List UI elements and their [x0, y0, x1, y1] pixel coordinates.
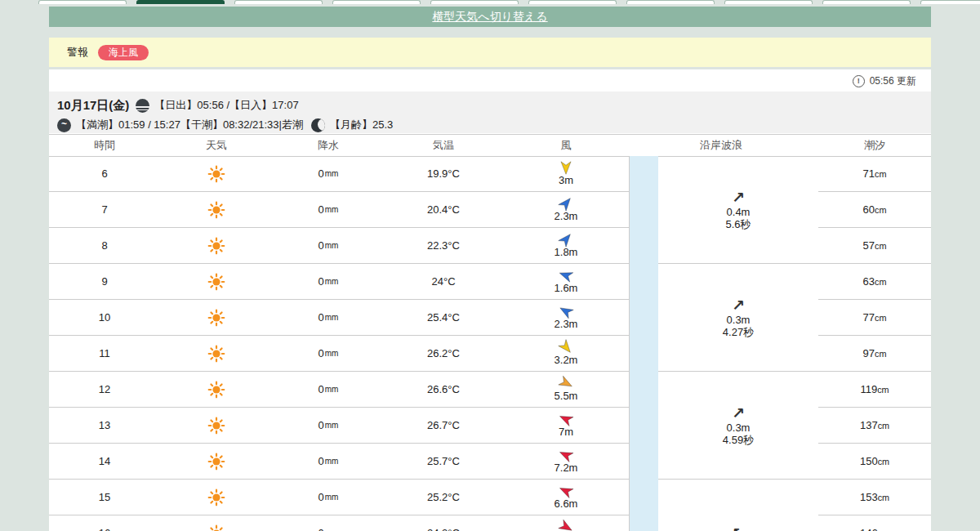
sea-wind-warning-badge[interactable]: 海上風 [98, 45, 149, 60]
sun-times: 【日出】05:56 /【日入】17:07 [154, 98, 298, 113]
tab-stub-3[interactable] [332, 0, 421, 4]
precip-cell: 0mm [273, 372, 384, 407]
time-cell: 16 [49, 515, 160, 531]
table-row: 150mm25.2°C6.6m [49, 480, 629, 515]
wave-period: 5.6秒 [725, 218, 751, 230]
moon-icon [311, 118, 325, 132]
warning-bar: 警報 海上風 [49, 38, 931, 67]
wind-speed-label: 3m [559, 174, 573, 186]
table-row: 130mm26.7°C7m [49, 408, 629, 444]
table-row: 70mm20.4°C2.3m [49, 192, 629, 228]
table-row: 140mm25.7°C7.2m [49, 444, 629, 480]
wind-speed-label: 1.6m [555, 282, 578, 294]
time-cell: 7 [49, 192, 160, 227]
time-cell: 15 [49, 480, 160, 515]
weather-cell [160, 228, 273, 263]
temp-cell: 26.6°C [384, 372, 503, 407]
weather-cell [160, 192, 273, 227]
wind-cell: 1.6m [503, 264, 629, 299]
precip-cell: 0mm [273, 444, 384, 479]
temp-cell: 24.3°C [384, 515, 503, 531]
wind-cell: 7m [503, 408, 629, 443]
temp-cell: 24°C [384, 264, 503, 299]
tide-column: 71cm60cm57cm63cm77cm97cm119cm137cm150cm1… [818, 156, 931, 531]
tide-cell: 97cm [818, 336, 931, 372]
wave-period: 4.59秒 [723, 434, 754, 446]
tab-stub-4[interactable] [430, 0, 519, 4]
tide-cell: 153cm [818, 480, 931, 515]
tab-stub-1[interactable] [136, 0, 225, 4]
wind-cell: 5.5m [503, 372, 629, 407]
sunny-icon [207, 381, 225, 399]
table-row: 110mm26.2°C3.2m [49, 336, 629, 372]
wind-cell: 1.8m [503, 228, 629, 263]
wind-cell: 3m [503, 156, 629, 191]
tab-stub-2[interactable] [234, 0, 323, 4]
wind-speed-label: 5.5m [555, 390, 578, 402]
col-header-weather: 天気 [206, 135, 227, 156]
wave-height: 0.3m [727, 314, 751, 326]
time-cell: 11 [49, 336, 160, 371]
coastal-wave-cell: ↗0.3m4.59秒 [658, 372, 818, 480]
table-row: 120mm26.6°C5.5m [49, 372, 629, 408]
temp-cell: 26.2°C [384, 336, 503, 371]
precip-cell: 0mm [273, 336, 384, 371]
sunny-icon [207, 524, 225, 531]
wind-direction-icon [557, 518, 575, 531]
precip-cell: 0mm [273, 228, 384, 263]
tide-cell: 57cm [818, 228, 931, 264]
sunny-icon [207, 417, 225, 435]
table-row: 100mm25.4°C2.3m [49, 300, 629, 336]
time-cell: 10 [49, 300, 160, 335]
time-cell: 12 [49, 372, 160, 407]
temp-cell: 19.9°C [384, 156, 503, 191]
precip-cell: 0mm [273, 192, 384, 227]
tab-stub-9[interactable] [920, 0, 980, 4]
tab-stub-7[interactable] [724, 0, 813, 4]
temp-cell: 25.7°C [384, 444, 503, 479]
tab-stub-0[interactable] [38, 0, 127, 4]
tide-cell: 146cm [818, 515, 931, 531]
weather-cell [160, 515, 273, 531]
tab-stub-5[interactable] [528, 0, 617, 4]
wind-speed-label: 7m [559, 426, 573, 438]
temp-cell: 26.7°C [384, 408, 503, 443]
temp-cell: 22.3°C [384, 228, 503, 263]
table-row: 90mm24°C1.6m [49, 264, 629, 300]
precip-cell: 0mm [273, 300, 384, 335]
moon-age: 【月齢】25.3 [330, 118, 393, 132]
wind-cell: 7.2m [503, 444, 629, 479]
table-row: 160mm24.3°C [49, 515, 629, 531]
sunny-icon [207, 309, 225, 327]
wave-height: 0.4m [727, 206, 751, 218]
precip-cell: 0mm [273, 408, 384, 443]
warning-label: 警報 [67, 45, 88, 60]
table-row: 80mm22.3°C1.8m [49, 228, 629, 264]
coastal-wave-cell: ↗0.4m5.6秒 [658, 156, 818, 264]
wave-period: 4.27秒 [723, 326, 754, 338]
table-header-row: 時間 天気 降水 気温 風 沿岸波浪 潮汐 [49, 134, 931, 157]
update-time-label: 05:56 更新 [870, 74, 916, 88]
time-cell: 9 [49, 264, 160, 299]
time-cell: 14 [49, 444, 160, 479]
weather-cell [160, 408, 273, 443]
wave-height: 0.3m [727, 422, 751, 434]
tide-times: 【満潮】01:59 / 15:27【干潮】08:32/21:33|若潮 [76, 118, 303, 132]
temp-cell: 20.4°C [384, 192, 503, 227]
weather-cell [160, 300, 273, 335]
tab-stub-6[interactable] [626, 0, 715, 4]
tab-stub-8[interactable] [822, 0, 911, 4]
tide-cell: 63cm [818, 264, 931, 300]
sunny-icon [207, 165, 225, 183]
switch-to-horizontal-link[interactable]: 横型天気へ切り替える [432, 10, 547, 25]
col-header-temp: 気温 [433, 135, 454, 156]
wind-cell: 2.3m [503, 300, 629, 335]
sunny-icon [207, 489, 225, 506]
date-title: 10月17日(金) [57, 98, 129, 114]
wind-cell [503, 515, 629, 531]
sunrise-icon [136, 99, 149, 113]
wind-speed-label: 3.2m [555, 354, 578, 366]
precip-cell: 0mm [273, 515, 384, 531]
table-rows: 60mm19.9°C3m70mm20.4°C2.3m80mm22.3°C1.8m… [49, 156, 629, 531]
time-cell: 8 [49, 228, 160, 263]
